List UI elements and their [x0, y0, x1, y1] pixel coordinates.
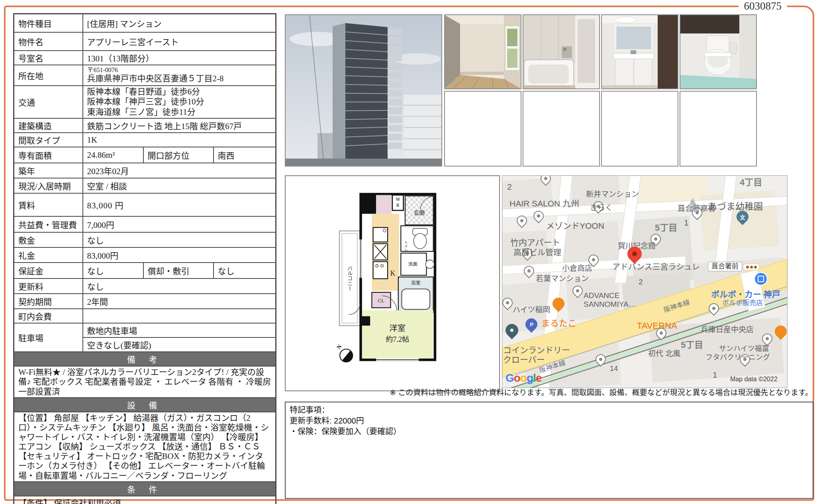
main-room-size: 約7.2帖: [386, 335, 409, 343]
renewal-label: 更新料: [14, 278, 83, 294]
photo-toilet: [680, 14, 757, 89]
term-label: 契約期間: [14, 294, 83, 309]
map-label: きらく: [590, 204, 613, 212]
north-label: N: [336, 343, 343, 350]
rent-label: 賃料: [14, 193, 83, 216]
google-letter: G: [506, 372, 514, 384]
layout-label: 間取タイプ: [14, 133, 83, 147]
address-label: 所在地: [14, 65, 83, 86]
room-label: 号室名: [14, 51, 83, 65]
wall-block: [361, 194, 376, 214]
google-letter: l: [533, 372, 536, 384]
amortization-label: 償却・敷引: [143, 263, 214, 278]
north-arrow-icon: N: [336, 343, 355, 365]
document-number: 6030875: [739, 0, 788, 12]
conditions-header: 条 件: [14, 482, 276, 496]
map-label-district: 5丁目: [655, 223, 677, 233]
map-label: 2: [639, 278, 643, 286]
table-row: 【位置】 角部屋 【キッチン】 給湯器（ガス）・ガスコンロ（2口）・システムキッ…: [14, 412, 276, 482]
map-label: 高層ビル管理: [513, 248, 561, 257]
fee-value: 7,000円: [83, 216, 276, 232]
association-value: [83, 309, 276, 323]
map-label: ハイツ稲岡: [513, 306, 551, 314]
building-photo-image: [286, 15, 441, 166]
empty-photo-box: [680, 91, 757, 167]
google-logo: Google: [506, 372, 541, 384]
table-row: W-Fi無料★ / 浴室パネルカラーバリエーション2タイプ! / 充実の設備♪ …: [14, 366, 276, 397]
toilet-label: トイレ: [404, 240, 408, 252]
rent-value: 83,000 円: [83, 193, 276, 216]
key-money-value: 83,000円: [83, 247, 276, 263]
map-label: 新井マンション: [586, 190, 639, 199]
map-label: サンハイツ福富: [719, 345, 769, 353]
basin: [425, 260, 434, 268]
mb-label: B: [396, 203, 399, 208]
map-label-restaurant: TAVERNA: [637, 321, 677, 331]
empty-photo-box: [444, 91, 521, 167]
toilet-bowl: [413, 233, 426, 249]
address-value: 〒651-0076 兵庫県神戸市中央区吾妻通５丁目2-8: [83, 65, 276, 86]
parking-line2: 空きなし(要確認): [83, 337, 276, 352]
property-sheet: 6030875 物件種目 [住居用] マンション 物件名 アプリーレ三宮イースト…: [0, 0, 819, 504]
map-label: フタバクリーニング: [705, 353, 770, 362]
disclaimer-note: ※ この資料は物件の概略紹介資料になります。写真、間取図面、設備、概要などが現況…: [335, 386, 813, 397]
map-label-property: アドバンス三宮ラシュレ: [612, 263, 700, 272]
property-type-label: 物件種目: [14, 14, 83, 32]
table-row: 所在地 〒651-0076 兵庫県神戸市中央区吾妻通５丁目2-8: [14, 65, 276, 86]
address-text: 兵庫県神戸市中央区吾妻通５丁目2-8: [87, 74, 272, 83]
washbasin-photo-image: [602, 15, 678, 88]
structure-value: 鉄筋コンクリート造 地上15階 総戸数67戸: [83, 118, 276, 133]
property-name-label: 物件名: [14, 32, 83, 51]
remarks-text: W-Fi無料★ / 浴室パネルカラーバリエーション2タイプ! / 充実の設備♪ …: [14, 366, 276, 397]
property-name-value: アプリーレ三宮イースト: [83, 32, 276, 51]
photo-bathroom: [523, 14, 600, 89]
map-label: あづま幼稚園: [708, 201, 763, 212]
building-facade: [345, 23, 388, 159]
balcony-label: バルコニー: [347, 265, 353, 291]
map-label: 小倉商店: [562, 264, 592, 273]
map-label-district: 5丁目: [681, 340, 703, 350]
location-map: 4丁目 2 HAIR SALON 九州 新井マンション きらく メゾンドYOON…: [502, 175, 788, 388]
table-row: 町内会費: [14, 309, 276, 323]
table-row: 条 件: [14, 482, 276, 496]
bath-label: 浴室: [411, 280, 421, 286]
table-row: 号室名 1301（13階部分）: [14, 51, 276, 65]
google-letter: g: [527, 372, 533, 384]
map-label-bus-stop: 葺合署前: [708, 262, 742, 271]
photo-washbasin: [601, 14, 678, 89]
building-photo: [285, 14, 442, 167]
parking-label: 駐車場: [14, 323, 83, 352]
svg-text:B: B: [396, 203, 399, 208]
access-label: 交通: [14, 86, 83, 119]
renewal-value: なし: [83, 278, 276, 294]
status-value: 空室 / 相談: [83, 178, 276, 193]
special-notes-line: ・保険：保険要加入（要確認）: [290, 426, 809, 437]
map-label: 14: [610, 365, 618, 373]
washroom-label: 洗面: [408, 262, 418, 267]
main-room-area: [362, 310, 433, 358]
table-row: 【条件】 保証会社利用必須: [14, 496, 276, 504]
map-label: 1: [684, 218, 689, 227]
map-label: ADVANCE SANNOMIYA…: [584, 291, 636, 309]
equipment-header: 設 備: [14, 398, 276, 412]
table-row: 共益費・管理費 7,000円: [14, 216, 276, 232]
term-value: 2年間: [83, 294, 276, 309]
bus-route-icon: [743, 263, 760, 271]
mb-label: M: [396, 197, 400, 202]
map-attribution: Map data ©2022: [730, 376, 778, 383]
built-value: 2023年02月: [83, 163, 276, 178]
direction-label: 開口部方位: [143, 147, 214, 163]
entrance-label: 玄関: [413, 210, 425, 216]
svg-text:M: M: [396, 197, 400, 202]
deposit-label: 敷金: [14, 232, 83, 247]
kitchen-label: K: [390, 269, 396, 277]
closet-label: CL: [378, 298, 385, 304]
direction-value: 南西: [214, 147, 276, 163]
map-label-district: 4丁目: [740, 177, 762, 187]
map-label-restaurant: まるたこ: [541, 318, 576, 328]
toilet-photo-image: [680, 15, 756, 88]
key-money-label: 礼金: [14, 247, 83, 263]
table-row: 現況/入居時期 空室 / 相談: [14, 178, 276, 193]
map-label-blue: ボルボ・カー 神戸: [711, 290, 780, 299]
special-notes-line: 更新手数料: 22000円: [290, 416, 809, 426]
